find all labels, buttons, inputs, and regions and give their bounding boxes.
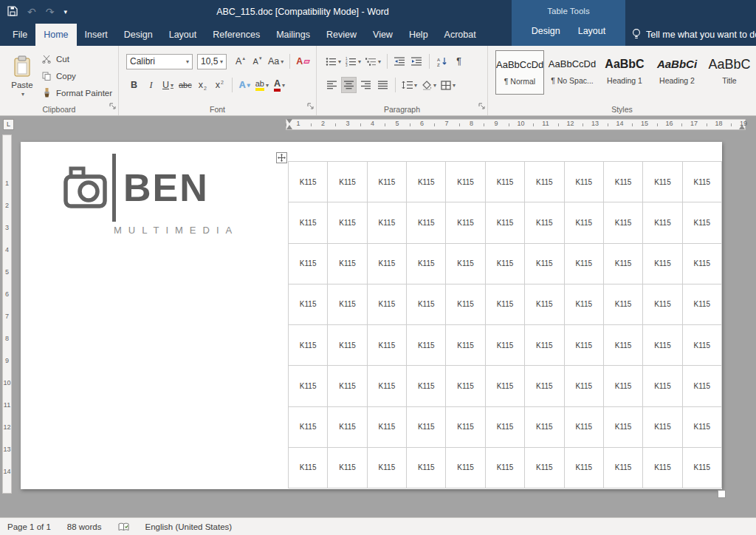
table-cell[interactable]: K115: [446, 407, 485, 448]
table-cell[interactable]: K115: [683, 284, 722, 325]
style-card-normal[interactable]: AaBbCcDd¶ Normal: [495, 50, 544, 95]
table-cell[interactable]: K115: [565, 244, 604, 284]
align-right-button[interactable]: [358, 77, 374, 93]
table-cell[interactable]: K115: [565, 448, 604, 488]
table-cell[interactable]: K115: [565, 407, 604, 448]
ben-multimedia-logo[interactable]: BEN MULTIMEDIA: [62, 154, 238, 236]
numbered-list-button[interactable]: 123 ▾: [344, 53, 362, 69]
word-count[interactable]: 88 words: [67, 522, 102, 531]
table-cell[interactable]: K115: [525, 448, 564, 488]
table-cell[interactable]: K115: [604, 202, 643, 243]
table-cell[interactable]: K115: [643, 244, 682, 284]
increase-indent-button[interactable]: [409, 53, 425, 69]
table-cell[interactable]: K115: [643, 407, 682, 448]
tab-help[interactable]: Help: [401, 24, 436, 46]
table-cell[interactable]: K115: [289, 162, 328, 202]
paragraph-dialog-launcher-icon[interactable]: [478, 99, 485, 112]
tell-me[interactable]: Tell me what you want to do: [632, 24, 756, 46]
table-cell[interactable]: K115: [525, 162, 564, 202]
table-cell[interactable]: K115: [604, 366, 643, 406]
highlight-button[interactable]: ab▾: [254, 77, 270, 93]
table-cell[interactable]: K115: [486, 325, 525, 366]
table-cell[interactable]: K115: [368, 284, 407, 325]
show-hide-pilcrow-button[interactable]: ¶: [451, 53, 467, 69]
format-painter-button[interactable]: Format Painter: [41, 86, 112, 100]
table-cell[interactable]: K115: [525, 284, 564, 325]
tab-references[interactable]: References: [205, 24, 268, 46]
table-cell[interactable]: K115: [525, 407, 564, 448]
table-cell[interactable]: K115: [446, 448, 485, 488]
text-effects-button[interactable]: A▾: [237, 77, 252, 93]
table-cell[interactable]: K115: [565, 202, 604, 243]
style-card-title[interactable]: AaBbCTitle: [705, 50, 754, 95]
table-cell[interactable]: K115: [368, 448, 407, 488]
table-cell[interactable]: K115: [368, 407, 407, 448]
table-cell[interactable]: K115: [328, 284, 367, 325]
table-cell[interactable]: K115: [368, 162, 407, 202]
vertical-ruler[interactable]: 1234567891011121314: [1, 134, 13, 494]
table-cell[interactable]: K115: [289, 407, 328, 448]
borders-button[interactable]: ▾: [439, 77, 457, 93]
table-cell[interactable]: K115: [446, 284, 485, 325]
sort-button[interactable]: AZ: [434, 53, 450, 69]
table-cell[interactable]: K115: [565, 284, 604, 325]
table-cell[interactable]: K115: [604, 244, 643, 284]
table-cell[interactable]: K115: [407, 284, 446, 325]
table-cell[interactable]: K115: [604, 407, 643, 448]
customize-qat-icon[interactable]: ▾: [63, 9, 67, 16]
decrease-indent-button[interactable]: [392, 53, 408, 69]
table-cell[interactable]: K115: [407, 448, 446, 488]
table-cell[interactable]: K115: [328, 244, 367, 284]
justify-button[interactable]: [375, 77, 391, 93]
tab-mailings[interactable]: Mailings: [268, 24, 318, 46]
copy-button[interactable]: Copy: [41, 69, 112, 83]
undo-icon[interactable]: ↶: [27, 7, 36, 17]
horizontal-ruler[interactable]: 12345678910111213141516171819: [281, 118, 747, 131]
table-cell[interactable]: K115: [486, 162, 525, 202]
table-cell[interactable]: K115: [604, 284, 643, 325]
table-cell[interactable]: K115: [486, 202, 525, 243]
table-cell[interactable]: K115: [643, 448, 682, 488]
page-count[interactable]: Page 1 of 1: [7, 522, 51, 531]
table-cell[interactable]: K115: [604, 325, 643, 366]
table-cell[interactable]: K115: [407, 407, 446, 448]
table-cell[interactable]: K115: [525, 325, 564, 366]
tab-layout[interactable]: Layout: [161, 24, 205, 46]
table-cell[interactable]: K115: [446, 325, 485, 366]
align-center-button[interactable]: [341, 77, 357, 93]
tab-stop-selector[interactable]: L: [3, 119, 14, 130]
bullet-list-button[interactable]: ▾: [324, 53, 343, 69]
align-left-button[interactable]: [324, 77, 340, 93]
table-cell[interactable]: K115: [683, 448, 722, 488]
italic-button[interactable]: I: [143, 77, 159, 93]
bold-button[interactable]: B: [126, 77, 142, 93]
tab-view[interactable]: View: [365, 24, 401, 46]
table-cell[interactable]: K115: [683, 407, 722, 448]
table-cell[interactable]: K115: [643, 325, 682, 366]
table-cell[interactable]: K115: [328, 407, 367, 448]
table-cell[interactable]: K115: [368, 366, 407, 406]
paste-button[interactable]: Paste ▾: [6, 50, 38, 102]
table-cell[interactable]: K115: [486, 407, 525, 448]
table-cell[interactable]: K115: [446, 162, 485, 202]
table-cell[interactable]: K115: [368, 202, 407, 243]
table-cell[interactable]: K115: [683, 325, 722, 366]
cut-button[interactable]: Cut: [41, 52, 112, 66]
font-dialog-launcher-icon[interactable]: [307, 99, 314, 112]
table-cell[interactable]: K115: [643, 202, 682, 243]
right-indent-marker[interactable]: [739, 125, 745, 129]
shading-button[interactable]: ▾: [420, 77, 438, 93]
table-cell[interactable]: K115: [683, 202, 722, 243]
table-cell[interactable]: K115: [328, 448, 367, 488]
table-cell[interactable]: K115: [486, 284, 525, 325]
table-cell[interactable]: K115: [289, 325, 328, 366]
table-cell[interactable]: K115: [486, 448, 525, 488]
table-move-handle[interactable]: [276, 152, 287, 163]
first-line-indent-marker[interactable]: [286, 119, 292, 123]
table-cell[interactable]: K115: [486, 366, 525, 406]
table-cell[interactable]: K115: [446, 244, 485, 284]
font-color-button[interactable]: A▾: [272, 77, 287, 93]
table-cell[interactable]: K115: [565, 162, 604, 202]
table-cell[interactable]: K115: [683, 244, 722, 284]
table-cell[interactable]: K115: [604, 448, 643, 488]
